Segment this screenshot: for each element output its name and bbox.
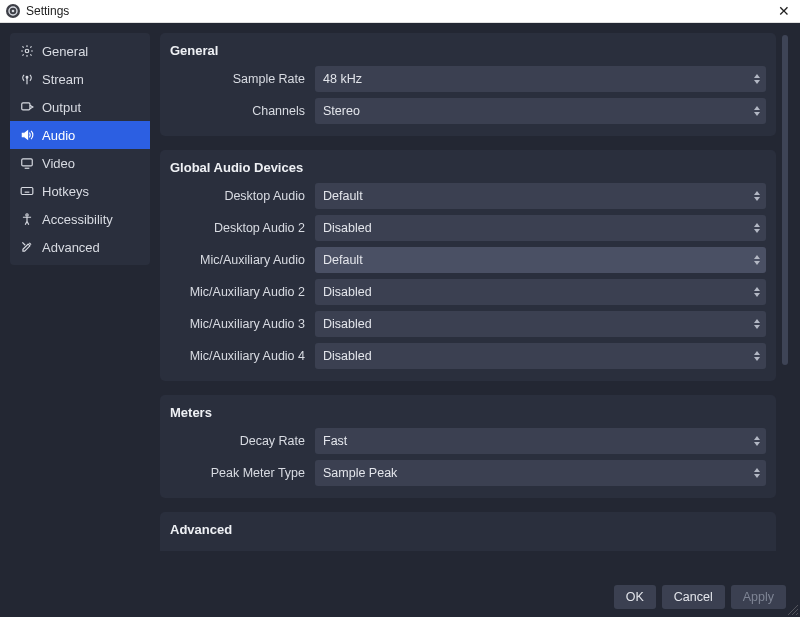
channels-select[interactable]: Stereo xyxy=(315,98,766,124)
label-sample-rate: Sample Rate xyxy=(170,72,315,86)
sidebar-item-label: Accessibility xyxy=(42,212,113,227)
mic-aux-3-select[interactable]: Disabled xyxy=(315,311,766,337)
sidebar-item-video[interactable]: Video xyxy=(10,149,150,177)
gear-icon xyxy=(20,44,34,58)
select-value: Disabled xyxy=(323,221,372,235)
label-desktop-audio: Desktop Audio xyxy=(170,189,315,203)
sidebar-item-label: Audio xyxy=(42,128,75,143)
spinner-icon xyxy=(750,313,764,335)
select-value: Disabled xyxy=(323,349,372,363)
peak-meter-type-select[interactable]: Sample Peak xyxy=(315,460,766,486)
window-title: Settings xyxy=(26,4,69,18)
label-mic-aux-4: Mic/Auxiliary Audio 4 xyxy=(170,349,315,363)
select-value: Fast xyxy=(323,434,347,448)
panel-title: General xyxy=(170,43,766,58)
spinner-icon xyxy=(750,217,764,239)
spinner-icon xyxy=(750,249,764,271)
panel-global-audio-devices: Global Audio Devices Desktop Audio Defau… xyxy=(160,150,776,381)
mic-aux-4-select[interactable]: Disabled xyxy=(315,343,766,369)
select-value: Disabled xyxy=(323,285,372,299)
monitor-icon xyxy=(20,156,34,170)
output-icon xyxy=(20,100,34,114)
svg-rect-5 xyxy=(22,159,33,166)
select-value: 48 kHz xyxy=(323,72,362,86)
sidebar-item-label: Advanced xyxy=(42,240,100,255)
spinner-icon xyxy=(750,345,764,367)
decay-rate-select[interactable]: Fast xyxy=(315,428,766,454)
spinner-icon xyxy=(750,100,764,122)
mic-aux-2-select[interactable]: Disabled xyxy=(315,279,766,305)
sidebar-item-label: General xyxy=(42,44,88,59)
spinner-icon xyxy=(750,430,764,452)
titlebar: Settings ✕ xyxy=(0,0,800,23)
panel-title: Advanced xyxy=(170,522,766,537)
desktop-audio-select[interactable]: Default xyxy=(315,183,766,209)
svg-point-1 xyxy=(12,10,15,13)
mic-aux-select[interactable]: Default xyxy=(315,247,766,273)
sidebar-item-advanced[interactable]: Advanced xyxy=(10,233,150,261)
close-icon[interactable]: ✕ xyxy=(774,4,794,18)
sidebar-item-audio[interactable]: Audio xyxy=(10,121,150,149)
sidebar-item-output[interactable]: Output xyxy=(10,93,150,121)
select-value: Sample Peak xyxy=(323,466,397,480)
cancel-button[interactable]: Cancel xyxy=(662,585,725,609)
sidebar-item-label: Output xyxy=(42,100,81,115)
spinner-icon xyxy=(750,185,764,207)
label-mic-aux-2: Mic/Auxiliary Audio 2 xyxy=(170,285,315,299)
panel-meters: Meters Decay Rate Fast Peak Meter Type xyxy=(160,395,776,498)
panel-general: General Sample Rate 48 kHz Channels xyxy=(160,33,776,136)
sidebar-item-general[interactable]: General xyxy=(10,37,150,65)
spinner-icon xyxy=(750,281,764,303)
panel-title: Meters xyxy=(170,405,766,420)
dialog-footer: OK Cancel Apply xyxy=(0,577,800,617)
label-mic-aux: Mic/Auxiliary Audio xyxy=(170,253,315,267)
accessibility-icon xyxy=(20,212,34,226)
sidebar-item-label: Hotkeys xyxy=(42,184,89,199)
scrollbar-thumb[interactable] xyxy=(782,35,788,365)
scrollbar-vertical[interactable] xyxy=(780,33,790,551)
label-decay-rate: Decay Rate xyxy=(170,434,315,448)
resize-grip-icon[interactable] xyxy=(788,605,798,615)
svg-point-2 xyxy=(25,49,29,53)
label-peak-meter-type: Peak Meter Type xyxy=(170,466,315,480)
panel-advanced: Advanced xyxy=(160,512,776,551)
desktop-audio-2-select[interactable]: Disabled xyxy=(315,215,766,241)
tools-icon xyxy=(20,240,34,254)
label-mic-aux-3: Mic/Auxiliary Audio 3 xyxy=(170,317,315,331)
spinner-icon xyxy=(750,462,764,484)
sample-rate-select[interactable]: 48 kHz xyxy=(315,66,766,92)
select-value: Default xyxy=(323,253,363,267)
sidebar-item-accessibility[interactable]: Accessibility xyxy=(10,205,150,233)
sidebar-item-hotkeys[interactable]: Hotkeys xyxy=(10,177,150,205)
ok-button[interactable]: OK xyxy=(614,585,656,609)
app-icon xyxy=(6,4,20,18)
apply-button[interactable]: Apply xyxy=(731,585,786,609)
sidebar-item-label: Video xyxy=(42,156,75,171)
svg-point-7 xyxy=(26,214,28,216)
select-value: Default xyxy=(323,189,363,203)
label-desktop-audio-2: Desktop Audio 2 xyxy=(170,221,315,235)
sidebar-item-label: Stream xyxy=(42,72,84,87)
settings-content: General Sample Rate 48 kHz Channels xyxy=(160,33,776,551)
svg-rect-6 xyxy=(21,188,33,195)
select-value: Stereo xyxy=(323,104,360,118)
audio-icon xyxy=(20,128,34,142)
label-channels: Channels xyxy=(170,104,315,118)
select-value: Disabled xyxy=(323,317,372,331)
sidebar-item-stream[interactable]: Stream xyxy=(10,65,150,93)
sidebar: General Stream Output Audio Video xyxy=(10,33,150,265)
spinner-icon xyxy=(750,68,764,90)
keyboard-icon xyxy=(20,184,34,198)
panel-title: Global Audio Devices xyxy=(170,160,766,175)
antenna-icon xyxy=(20,72,34,86)
svg-rect-4 xyxy=(22,103,30,110)
